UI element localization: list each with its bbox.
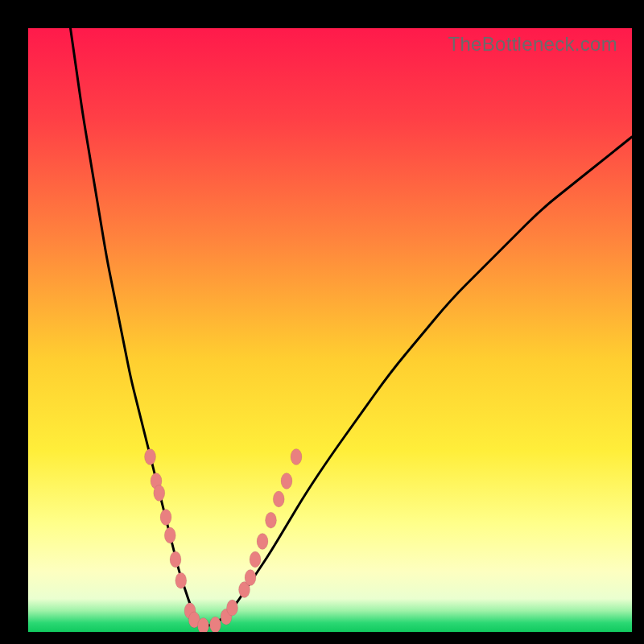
curve-dot: [145, 449, 156, 465]
chart-frame: TheBottleneck.com: [0, 0, 644, 644]
curve-layer: [28, 28, 632, 632]
curve-dot: [164, 527, 175, 543]
watermark-text: TheBottleneck.com: [448, 33, 617, 56]
bottleneck-curve: [71, 28, 633, 626]
curve-dot: [154, 485, 165, 502]
curve-dot: [273, 491, 284, 507]
curve-dot: [160, 510, 171, 526]
curve-dot: [257, 534, 268, 550]
curve-dot: [175, 572, 187, 588]
curve-dot: [210, 617, 221, 632]
curve-dot: [250, 551, 261, 568]
curve-dot: [266, 512, 277, 528]
curve-dot: [227, 600, 238, 616]
curve-dot: [281, 473, 292, 489]
curve-dot: [198, 618, 209, 633]
curve-dot: [245, 570, 256, 586]
plot-area: TheBottleneck.com: [28, 28, 632, 632]
curve-dot: [291, 449, 302, 465]
curve-dot: [170, 551, 181, 568]
